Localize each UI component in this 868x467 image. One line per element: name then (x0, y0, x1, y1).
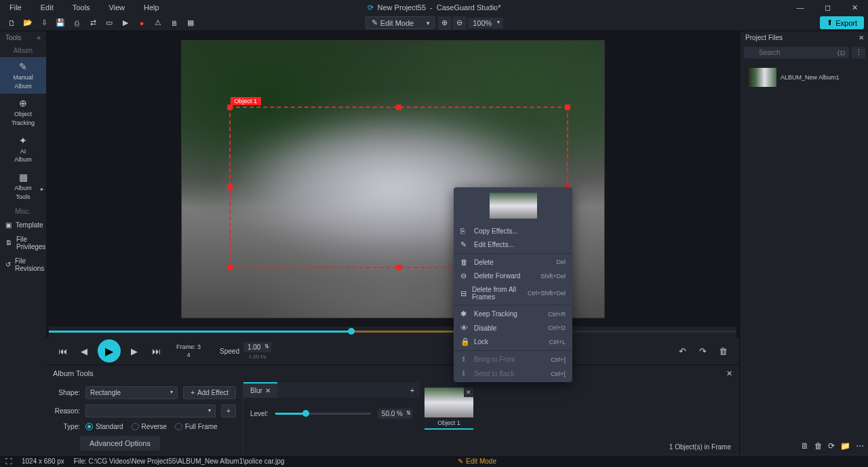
timeline-thumb[interactable] (348, 328, 355, 335)
sidebar-file-privileges[interactable]: 🗎 File Privileges (0, 232, 46, 254)
prev-frame-button[interactable]: ◀ (76, 343, 92, 359)
mode-select[interactable]: ✎ Edit Mode (366, 16, 435, 29)
export-button[interactable]: ⬆ Export (820, 16, 864, 29)
level-slider[interactable] (275, 413, 371, 415)
ctx-delete-from-all-frames[interactable]: ⊟Delete from All FramesCtrl+Shift+Del (454, 283, 572, 303)
object-remove-icon[interactable]: ✕ (464, 388, 473, 397)
handle-tr[interactable] (565, 105, 570, 110)
doc-icon[interactable]: 🗎 (167, 16, 182, 30)
menu-file[interactable]: File (0, 1, 31, 14)
collapse-icon[interactable]: « (37, 34, 41, 41)
open-icon[interactable]: 📂 (20, 16, 35, 30)
ctx-keep-tracking[interactable]: ✱Keep TrackingCtrl+R (454, 307, 572, 321)
save-icon[interactable]: 💾 (53, 16, 68, 30)
frame-total: 4 (187, 352, 191, 358)
project-files-close[interactable]: ✕ (859, 34, 864, 41)
ctx-bring-to-front: ⬆Bring to FrontCtrl+] (454, 352, 572, 367)
menu-edit[interactable]: Edit (31, 1, 63, 14)
maximize-button[interactable]: ◻ (814, 0, 841, 15)
radio-full-frame[interactable]: Full Frame (175, 423, 218, 430)
redo-icon[interactable]: ↷ (694, 343, 711, 359)
tool-b-icon[interactable]: ▭ (102, 16, 117, 30)
tab-add-button[interactable]: + (406, 382, 419, 398)
canvas-area[interactable]: Object 1 ⎘Copy Effects...✎Edit Effects..… (46, 31, 739, 326)
handle-ml[interactable] (227, 185, 233, 190)
advanced-options-button[interactable]: Advanced Options (80, 436, 160, 451)
radio-standard[interactable]: Standard (85, 423, 123, 430)
import-icon[interactable]: ⇩ (37, 16, 52, 30)
sidebar-ai-album[interactable]: ✦ AIAlbum (0, 131, 46, 168)
delete-icon[interactable]: 🗑 (715, 343, 731, 359)
export-label: Export (835, 19, 857, 27)
zoom-in-icon[interactable]: ⊕ (437, 16, 451, 30)
handle-bl[interactable] (227, 265, 233, 270)
ctx-copy-effects-[interactable]: ⎘Copy Effects... (454, 224, 572, 238)
album-list: ALBUM_New Album1 (740, 61, 868, 437)
file-path: File: C:\CG Videos\New Project55\ALBUM_N… (74, 457, 285, 465)
calendar-icon[interactable]: ▦ (183, 16, 198, 30)
play-button[interactable]: ▶ (98, 339, 121, 362)
next-frame-button[interactable]: ▶ (126, 343, 142, 359)
status-mode: ✎ Edit Mode (458, 457, 496, 465)
delete-file-icon[interactable]: 🗑 (814, 441, 823, 451)
search-input[interactable] (744, 47, 849, 58)
toolbar: 🗋 📂 ⇩ 💾 ⎙ ⇄ ▭ ▶ ● ⚠ 🗎 ▦ ✎ Edit Mode ⊕ ⊖ … (0, 15, 868, 31)
project-files-footer: 🗎 🗑 ⟳ 📁 ⋯ (740, 437, 868, 455)
reason-label: Reason: (53, 407, 80, 415)
add-reason-button[interactable]: + (221, 405, 236, 417)
album-tools-close[interactable]: ✕ (726, 369, 732, 378)
sort-button[interactable]: ⋮ (852, 47, 865, 58)
radio-reverse[interactable]: Reverse (132, 423, 167, 430)
menu-help[interactable]: Help (134, 1, 169, 14)
menu-view[interactable]: View (99, 1, 134, 14)
ctx-disable[interactable]: 👁DisableCtrl+D (454, 321, 572, 335)
sidebar-template[interactable]: ▣ Template (0, 218, 46, 232)
new-icon[interactable]: 🗋 (4, 16, 19, 30)
record-icon[interactable]: ● (134, 16, 149, 30)
tab-blur[interactable]: Blur ✕ (243, 382, 277, 398)
timeline[interactable] (49, 326, 736, 337)
ctx-delete-forward[interactable]: ⊖Delete ForwardShift+Del (454, 269, 572, 283)
close-button[interactable]: ✕ (841, 0, 868, 15)
reason-select[interactable] (85, 405, 216, 417)
file-icon[interactable]: 🗎 (801, 441, 809, 451)
frame-current: 3 (197, 343, 201, 350)
sidebar-album-tools[interactable]: ▦ AlbumTools ▸ (0, 168, 46, 204)
title-sep: - (430, 3, 433, 12)
more-icon[interactable]: ⋯ (856, 441, 864, 451)
tool-a-icon[interactable]: ⇄ (85, 16, 100, 30)
last-frame-button[interactable]: ⏭ (148, 343, 164, 359)
sidebar-object-tracking[interactable]: ⊕ ObjectTracking (0, 94, 46, 130)
first-frame-button[interactable]: ⏮ (54, 343, 71, 359)
zoom-out-icon[interactable]: ⊖ (452, 16, 466, 30)
ctx-lock[interactable]: 🔒LockCtrl+L (454, 335, 572, 349)
zoom-group: ⊕ ⊖ 100% (437, 16, 502, 30)
warning-icon[interactable]: ⚠ (151, 16, 165, 30)
print-icon[interactable]: ⎙ (69, 16, 84, 30)
handle-tl[interactable] (227, 105, 233, 110)
ctx-delete[interactable]: 🗑DeleteDel (454, 255, 572, 269)
tab-close-icon[interactable]: ✕ (265, 387, 271, 394)
album-thumb (747, 68, 776, 87)
object-label: Object 1 (425, 417, 473, 430)
sidebar-manual-album[interactable]: ✎ ManualAlbum (0, 57, 46, 94)
album-item[interactable]: ALBUM_New Album1 (744, 65, 865, 90)
sidebar-file-revisions[interactable]: ↺ File Revisions (0, 254, 46, 276)
add-effect-button[interactable]: +Add Effect (183, 386, 236, 399)
level-value[interactable]: 50.0 % (378, 409, 412, 419)
menu-tools[interactable]: Tools (63, 1, 100, 14)
shape-select[interactable]: Rectangle (85, 386, 178, 399)
refresh-icon[interactable]: ⟳ (828, 441, 835, 451)
ctx-edit-effects-[interactable]: ✎Edit Effects... (454, 238, 572, 252)
undo-icon[interactable]: ↶ (674, 343, 690, 359)
zoom-level[interactable]: 100% (467, 18, 502, 29)
object-card[interactable]: ✕ Object 1 (425, 388, 473, 430)
youtube-icon[interactable]: ▶ (118, 16, 133, 30)
minimize-button[interactable]: — (787, 0, 814, 15)
handle-tm[interactable] (396, 105, 401, 110)
folder-icon[interactable]: 📁 (840, 441, 850, 451)
speed-input[interactable]: 1.00 (243, 342, 271, 352)
handle-bm[interactable] (396, 265, 401, 270)
album-tools-header: Album Tools ✕ (46, 365, 739, 382)
ctx-icon: 👁 (460, 324, 469, 332)
